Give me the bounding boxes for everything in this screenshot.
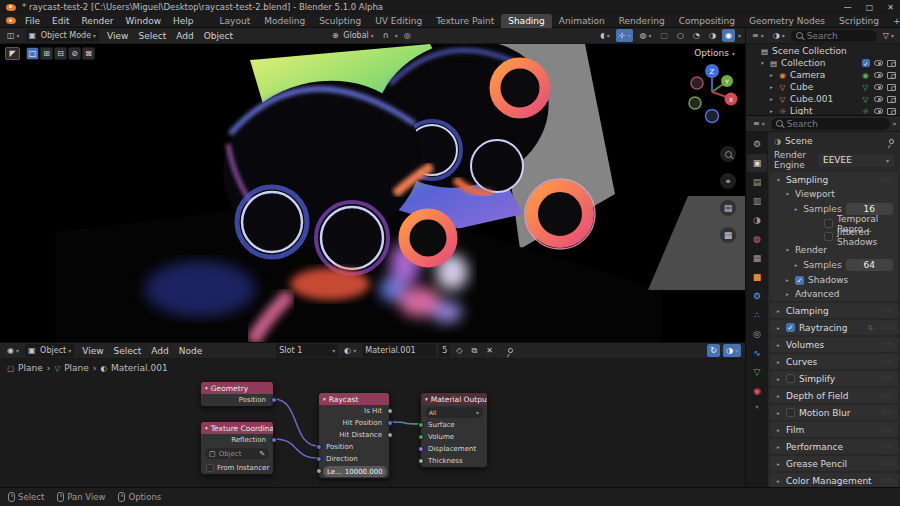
maximize-button[interactable]: □ [866,3,874,12]
properties-tab-tool[interactable]: ⚙ [747,135,767,153]
shading-wireframe-button[interactable]: ○ [674,29,687,42]
properties-tab-collection[interactable]: ▦ [747,249,767,267]
checkbox[interactable] [824,219,833,228]
menu-help[interactable]: Help [168,16,199,26]
render-visibility-icon[interactable] [887,60,896,67]
auto-render-toggle-button[interactable]: ↻ [707,344,720,357]
node-header[interactable]: ▾Texture Coordinate [201,422,273,434]
chevron-right-icon[interactable]: ▸ [775,376,782,382]
panel-grip-icon[interactable]: ∷∷ [882,426,893,434]
visibility-eye-icon[interactable] [874,60,883,66]
editor-type-button[interactable]: ◫▾ [4,29,23,42]
render-visibility-icon[interactable] [887,84,896,91]
tab-shading[interactable]: Shading [501,14,552,28]
chevron-down-icon[interactable]: ▾ [775,177,782,183]
menu-render[interactable]: Render [77,16,119,26]
output-socket[interactable] [387,420,393,426]
properties-tab-modifiers[interactable]: ⚙ [747,287,767,305]
property-samples[interactable]: ▸Samples64 [770,257,898,273]
panel-grip-icon[interactable]: ∷∷ [882,443,893,451]
input-socket[interactable] [418,446,424,452]
menu-edit[interactable]: Edit [47,16,74,26]
pin-icon[interactable] [888,138,895,145]
shader-menu-view[interactable]: View [77,346,108,356]
snap-magnet-button[interactable]: ∩ [380,29,392,42]
properties-tab-render[interactable]: ▣ [747,154,767,172]
input-socket[interactable] [316,444,322,450]
chevron-right-icon[interactable]: ▸ [784,291,791,297]
checkbox[interactable]: ✓ [795,276,804,285]
chevron-down-icon[interactable]: ▾ [323,396,326,402]
display-mode-dropdown[interactable]: ≡▾ [750,117,768,130]
properties-search-input[interactable]: Search [771,118,890,130]
chevron-right-icon[interactable]: ▸ [775,410,782,416]
breadcrumb-plane[interactable]: Plane [18,363,43,373]
panel-grip-icon[interactable]: ∷∷ [882,341,893,349]
input-socket[interactable] [418,458,424,464]
chevron-right-icon[interactable]: ▸ [775,427,782,433]
outliner-item-scene-collection[interactable]: ▤Scene Collection [746,45,900,57]
properties-options-dropdown[interactable]: ▾ [893,120,896,127]
panel-grip-icon[interactable]: ∷∷ [882,307,893,315]
shader-menu-add[interactable]: Add [146,346,173,356]
zoom-icon[interactable] [720,146,736,162]
properties-tab-world[interactable]: ◍ [747,230,767,248]
tab-geometry-nodes[interactable]: Geometry Nodes [742,14,832,28]
select-mode-subtract-button[interactable]: ⊟ [54,47,67,60]
render-engine-dropdown[interactable]: EEVEE▾ [818,154,894,167]
outliner-item-cube[interactable]: ▸▽Cube▽ [746,81,900,93]
value-field[interactable]: 64 [846,259,893,271]
shield-icon[interactable]: ◇ [453,344,465,357]
checkbox[interactable] [206,464,214,472]
material-name-field[interactable]: Material.001 [362,344,436,357]
input-socket[interactable] [418,422,424,428]
property-grease-pencil[interactable]: ▸Grease Pencil∷∷ [770,456,898,471]
breadcrumb-material-001[interactable]: Material.001 [111,363,168,373]
outliner-search-input[interactable]: Search [791,30,877,42]
output-socket[interactable] [387,408,393,414]
property-depth-of-field[interactable]: ▸Depth of Field∷∷ [770,388,898,403]
blender-menu-icon[interactable] [6,17,16,24]
chevron-down-icon[interactable]: ▾ [205,425,208,431]
panel-grip-icon[interactable]: ∷∷ [882,392,893,400]
shading-rendered-button[interactable]: ◉ [722,29,735,42]
outliner-item-light[interactable]: ▸☼Light☼ [746,105,900,115]
checkbox[interactable] [786,408,795,417]
value-field[interactable]: Le...10000.000 [323,466,387,477]
camera-view-icon[interactable]: ▤ [720,200,736,216]
chevron-down-icon[interactable]: ▾ [784,191,791,197]
sliders-icon[interactable]: ⇅ [867,324,874,332]
checkbox[interactable]: ✓ [786,323,795,332]
visibility-eye-icon[interactable] [874,72,883,78]
output-socket[interactable] [387,432,393,438]
properties-tab-constraints[interactable]: ∿ [747,344,767,362]
input-socket[interactable] [316,468,322,474]
property-film[interactable]: ▸Film∷∷ [770,422,898,437]
mode-dropdown[interactable]: ▣ Object Mode▾ [26,29,100,42]
tab-sculpting[interactable]: Sculpting [312,14,368,28]
object-field[interactable]: ▢Object✎ [205,448,269,459]
viewport-menu-view[interactable]: View [102,31,133,41]
editor-type-button[interactable]: ◉▾ [4,344,22,357]
outliner-item-cube-001[interactable]: ▸▽Cube.001▽ [746,93,900,105]
pin-icon[interactable] [507,347,514,354]
shading-dropdown[interactable]: ▾ [738,32,741,39]
chevron-right-icon[interactable]: ▸ [775,393,782,399]
filter-icon[interactable]: ▽▾ [880,29,897,42]
menu-window[interactable]: Window [121,16,167,26]
chevron-right-icon[interactable]: ▸ [775,478,782,484]
chevron-down-icon[interactable]: ▾ [755,403,758,410]
shader-menu-node[interactable]: Node [174,346,208,356]
panel-grip-icon[interactable]: ∷∷ [882,176,893,184]
chevron-down-icon[interactable]: ▾ [205,385,208,391]
properties-tab-view-layer[interactable]: ▥ [747,192,767,210]
filter-type-dropdown[interactable]: ◑▾ [770,29,788,42]
viewport-menu-select[interactable]: Select [133,31,171,41]
shader-type-dropdown[interactable]: ▣ Object▾ [25,344,74,357]
panel-grip-icon[interactable]: ∷∷ [882,324,893,332]
node-row-from-instancer[interactable]: From Instancer [201,461,273,474]
property-shadows[interactable]: ▸✓Shadows [770,273,898,287]
viewport-menu-object[interactable]: Object [199,31,238,41]
panel-grip-icon[interactable]: ∷∷ [882,375,893,383]
property-curves[interactable]: ▸Curves∷∷ [770,354,898,369]
